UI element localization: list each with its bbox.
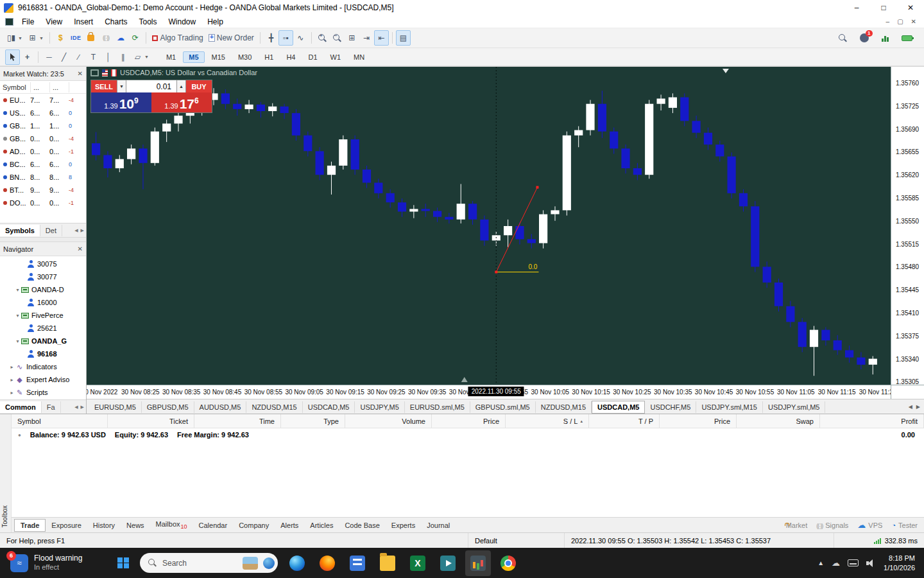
text-tool-button[interactable]: T (86, 49, 101, 65)
menu-item-file[interactable]: File (16, 17, 40, 27)
scroll-right-icon[interactable]: ▶ (81, 228, 84, 233)
new-order-button[interactable]: New Order (206, 30, 257, 46)
search-button[interactable] (835, 30, 850, 46)
menu-item-help[interactable]: Help (201, 17, 229, 27)
timeframe-M1[interactable]: M1 (160, 51, 182, 63)
trendline-tool-button[interactable]: ╱ (56, 49, 71, 65)
market-button[interactable] (83, 30, 98, 46)
timeframe-D1[interactable]: D1 (302, 51, 323, 63)
status-item-signals[interactable]: ((·))Signals (816, 521, 848, 529)
taskbar-app-edge[interactable] (284, 550, 310, 576)
tile-windows-button[interactable]: ⊞ (345, 30, 359, 46)
community-button[interactable]: ⟳ (128, 30, 142, 46)
line-mode-button[interactable]: ∿ (293, 30, 308, 46)
menu-item-charts[interactable]: Charts (99, 17, 133, 27)
timeframe-W1[interactable]: W1 (325, 51, 347, 63)
profiles-button[interactable]: $ (53, 30, 68, 46)
navigator-tab-fa[interactable]: Fa (42, 401, 61, 413)
mdi-restore-button[interactable]: ▢ (897, 18, 903, 25)
algo-trading-button[interactable]: Algo Trading (150, 30, 205, 46)
timeframe-H1[interactable]: H1 (259, 51, 279, 63)
sell-price-panel[interactable]: 1.39109 (91, 92, 151, 112)
minimize-button[interactable]: – (843, 0, 870, 15)
taskbar-app-metatrader[interactable] (465, 550, 491, 576)
chart-plot-area[interactable]: 0.0 USDCAD,M5: US Dollar vs Canadian Dol… (87, 67, 891, 385)
navigator-item-30075[interactable]: 30075 (0, 258, 86, 270)
collapse-icon[interactable]: ▾ (14, 287, 21, 293)
notifications-button[interactable]: 1 (857, 30, 871, 46)
horizontal-line-tool-button[interactable]: ─ (42, 49, 56, 65)
chart-tab-usdjpy-sml-m15[interactable]: USDJPY.sml,M15 (696, 401, 763, 413)
chart-tab-nzdusd-m15[interactable]: NZDUSD,M15 (246, 401, 302, 413)
navigator-item-indicators[interactable]: ▸∿Indicators (0, 360, 86, 373)
timeframe-H4[interactable]: H4 (280, 51, 301, 63)
status-item-tester[interactable]: ◔Tester (891, 521, 918, 529)
collapse-icon[interactable]: ▾ (14, 338, 21, 344)
channel-tool-button[interactable]: ∥ (116, 49, 130, 65)
toolbox-tab-mailbox[interactable]: Mailbox10 (150, 518, 193, 532)
toolbox-tab-articles[interactable]: Articles (304, 520, 339, 531)
scroll-left-icon[interactable]: ◀ (74, 405, 78, 410)
timeframe-M15[interactable]: M15 (206, 51, 231, 63)
close-icon[interactable]: ✕ (78, 70, 83, 77)
market-watch-row[interactable]: AD...0...0...-1 (0, 145, 86, 158)
toolbox-tab-experts[interactable]: Experts (386, 520, 421, 531)
toolbox-tab-calendar[interactable]: Calendar (193, 520, 234, 531)
taskbar-search[interactable]: Search (140, 553, 278, 573)
timeframe-M30[interactable]: M30 (232, 51, 257, 63)
scroll-left-icon[interactable]: ◀ (909, 404, 912, 410)
navigator-item-scripts[interactable]: ▸✎Scripts (0, 386, 86, 399)
toolbox-tab-history[interactable]: History (87, 520, 121, 531)
toolbox-tab-trade[interactable]: Trade (14, 519, 46, 532)
chart-tab-gbpusd-m5[interactable]: GBPUSD,M5 (142, 401, 194, 413)
market-watch-row[interactable]: DO...0...0...-1 (0, 197, 86, 209)
chart-tab-nzdusd-m15[interactable]: NZDUSD,M15 (536, 401, 592, 413)
navigator-item-16000[interactable]: 16000 (0, 296, 86, 309)
touch-keyboard-icon[interactable] (848, 559, 859, 566)
candlestick-chart[interactable]: 0.0 (87, 67, 891, 385)
chart-tab-usdcad-m5[interactable]: USDCAD,M5 (592, 401, 645, 414)
navigator-tab-common[interactable]: Common (0, 401, 42, 413)
toolbox-column-time[interactable]: Time (194, 414, 281, 428)
panel-splitter[interactable] (0, 237, 86, 242)
signals-button[interactable]: ((·)) (98, 30, 113, 46)
status-latency[interactable]: 332.83 ms (834, 533, 924, 548)
market-watch-row[interactable]: BT...9...9...-4 (0, 184, 86, 197)
connection-status-button[interactable] (899, 30, 915, 46)
taskbar-app-chrome[interactable] (495, 550, 521, 576)
zoom-out-button[interactable]: − (330, 30, 345, 46)
chart-menu-icon[interactable] (90, 69, 99, 76)
toolbox-tab-news[interactable]: News (121, 520, 150, 531)
toolbox-tab-exposure[interactable]: Exposure (46, 520, 87, 531)
navigator-item-30077[interactable]: 30077 (0, 270, 86, 283)
price-axis[interactable]: 1.357601.357251.356901.356551.356201.355… (891, 67, 924, 385)
navigator-item-oanda-d[interactable]: ▾OANDA-D (0, 283, 86, 296)
cloud-button[interactable]: ☁ (113, 30, 128, 46)
taskbar-app-movies[interactable] (435, 550, 461, 576)
taskbar-clock[interactable]: 8:18 PM 1/10/2026 (884, 554, 915, 572)
chart-tab-eurusd-m5[interactable]: EURUSD,M5 (89, 401, 142, 413)
candles-mode-button[interactable]: ▫▪ (278, 30, 293, 46)
auto-scroll-button[interactable]: ⇥ (359, 30, 374, 46)
menu-item-insert[interactable]: Insert (68, 17, 99, 27)
new-chart-button[interactable]: ⊞▼ (25, 30, 46, 46)
taskbar-app-calculator[interactable] (345, 550, 370, 576)
market-watch-row[interactable]: US...6...6...0 (0, 107, 86, 119)
market-watch-column-header[interactable]: ... (50, 82, 69, 92)
toolbox-column-price[interactable]: Price (432, 414, 506, 428)
market-watch-tab-symbols[interactable]: Symbols (0, 225, 40, 236)
scroll-left-icon[interactable]: ◀ (74, 228, 78, 233)
navigator-item-fiveperce[interactable]: ▾FivePerce (0, 309, 86, 322)
vertical-line-tool-button[interactable]: │ (101, 49, 116, 65)
chart-shift-button[interactable]: ⇤ (374, 30, 389, 46)
taskbar-app-firefox[interactable] (314, 550, 340, 576)
expand-icon[interactable]: ▸ (8, 377, 15, 383)
toolbox-column-volume[interactable]: Volume (345, 414, 432, 428)
cursor-tool-button[interactable] (5, 49, 20, 65)
status-item-market[interactable]: Market (783, 521, 808, 529)
taskbar-app-file-explorer[interactable] (375, 550, 400, 576)
buy-price-panel[interactable]: 1.39176 (151, 92, 212, 112)
collapse-icon[interactable]: ▾ (14, 313, 21, 319)
bars-mode-button[interactable]: ╋ (264, 30, 278, 46)
menu-item-view[interactable]: View (40, 17, 68, 27)
